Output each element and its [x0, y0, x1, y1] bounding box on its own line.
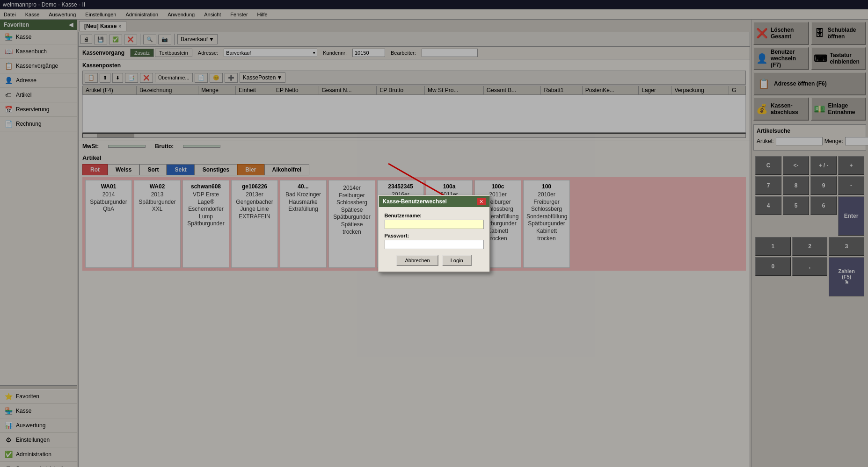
- dialog-buttons: Abbrechen Login: [385, 255, 484, 266]
- dialog-body: Benutzername: Passwort: Abbrechen Login: [379, 207, 489, 272]
- benutzername-label: Benutzername:: [385, 213, 484, 218]
- dialog-title-text: Kasse-Benutzerwechsel: [383, 198, 447, 205]
- dialog-benutzerwechsel: Kasse-Benutzerwechsel × Benutzername: Pa…: [378, 195, 490, 273]
- passwort-input[interactable]: [385, 240, 484, 249]
- login-btn[interactable]: Login: [442, 255, 472, 266]
- dialog-close-btn[interactable]: ×: [477, 198, 486, 205]
- passwort-label: Passwort:: [385, 233, 484, 238]
- dialog-title-bar: Kasse-Benutzerwechsel ×: [379, 196, 489, 207]
- dialog-overlay: Kasse-Benutzerwechsel × Benutzername: Pa…: [0, 0, 868, 467]
- abbrechen-btn[interactable]: Abbrechen: [396, 255, 438, 266]
- benutzername-input[interactable]: [385, 220, 484, 229]
